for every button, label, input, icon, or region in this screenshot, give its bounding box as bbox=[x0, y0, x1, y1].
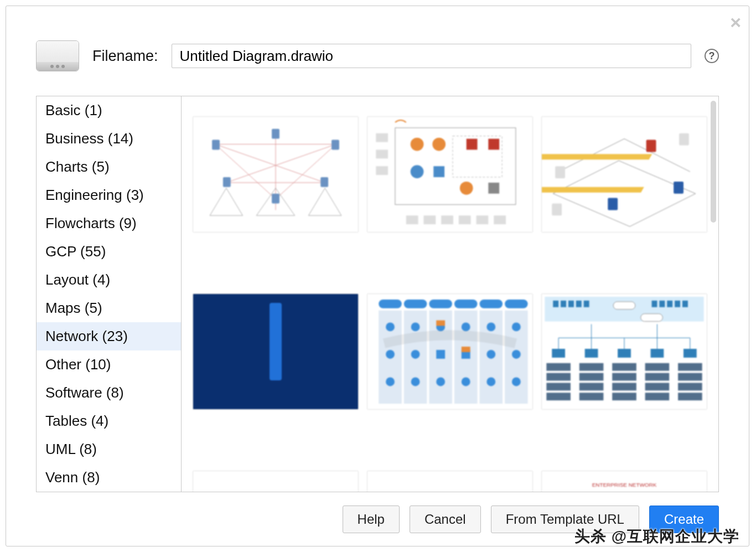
header-row: Filename: ? bbox=[6, 6, 749, 82]
svg-rect-92 bbox=[675, 301, 680, 307]
sidebar-item[interactable]: GCP (55) bbox=[37, 238, 181, 266]
svg-rect-111 bbox=[612, 383, 636, 390]
svg-rect-84 bbox=[553, 301, 558, 307]
svg-point-56 bbox=[411, 323, 420, 332]
svg-rect-95 bbox=[640, 314, 662, 322]
svg-rect-41 bbox=[679, 133, 689, 146]
help-icon[interactable]: ? bbox=[705, 49, 719, 63]
template-thumb[interactable] bbox=[541, 116, 707, 233]
svg-rect-25 bbox=[488, 183, 499, 194]
svg-rect-33 bbox=[477, 215, 489, 224]
svg-rect-109 bbox=[612, 363, 636, 371]
template-thumb[interactable] bbox=[193, 116, 359, 233]
close-icon[interactable]: × bbox=[730, 13, 741, 32]
svg-rect-20 bbox=[467, 139, 478, 150]
svg-rect-46 bbox=[454, 300, 478, 308]
svg-rect-40 bbox=[555, 166, 565, 178]
sidebar-item[interactable]: Charts (5) bbox=[37, 153, 181, 181]
sidebar-item[interactable]: Network (23) bbox=[37, 322, 181, 350]
svg-rect-29 bbox=[406, 215, 418, 224]
svg-rect-34 bbox=[494, 215, 506, 224]
svg-rect-38 bbox=[674, 182, 683, 194]
svg-rect-30 bbox=[423, 215, 436, 224]
svg-rect-114 bbox=[645, 373, 669, 381]
sidebar-item[interactable]: Other (10) bbox=[37, 350, 181, 379]
svg-rect-94 bbox=[613, 302, 635, 310]
svg-marker-15 bbox=[309, 188, 341, 216]
sidebar-item[interactable]: Engineering (3) bbox=[37, 181, 181, 209]
from-template-url-button[interactable]: From Template URL bbox=[491, 506, 639, 533]
svg-rect-119 bbox=[678, 383, 702, 390]
svg-line-5 bbox=[215, 145, 325, 183]
filename-label: Filename: bbox=[92, 48, 158, 65]
svg-point-62 bbox=[411, 350, 420, 359]
svg-rect-96 bbox=[552, 349, 565, 358]
template-thumb[interactable] bbox=[193, 471, 359, 492]
sidebar-item[interactable]: Business (14) bbox=[37, 125, 181, 153]
template-thumb[interactable]: ENTERPRISE NETWORK bbox=[541, 471, 707, 492]
svg-rect-115 bbox=[645, 383, 669, 390]
svg-rect-108 bbox=[579, 393, 603, 400]
sidebar-item[interactable]: Software (8) bbox=[37, 379, 181, 407]
svg-rect-91 bbox=[667, 301, 672, 307]
svg-rect-48 bbox=[505, 300, 528, 308]
sidebar-item[interactable]: Basic (1) bbox=[37, 96, 181, 125]
sidebar-item[interactable]: UML (8) bbox=[37, 435, 181, 463]
svg-rect-116 bbox=[645, 393, 669, 400]
svg-rect-12 bbox=[321, 177, 329, 187]
svg-rect-112 bbox=[612, 393, 636, 400]
svg-rect-110 bbox=[612, 373, 636, 381]
svg-rect-26 bbox=[376, 133, 388, 142]
svg-rect-99 bbox=[650, 349, 664, 358]
svg-point-68 bbox=[411, 378, 420, 386]
template-thumb[interactable] bbox=[367, 471, 533, 492]
svg-point-19 bbox=[432, 138, 446, 151]
svg-rect-120 bbox=[678, 393, 702, 400]
sidebar-item[interactable]: Flowcharts (9) bbox=[37, 209, 181, 238]
sidebar-item[interactable]: Venn (8) bbox=[37, 463, 181, 492]
template-thumb[interactable] bbox=[367, 116, 533, 233]
scrollbar[interactable] bbox=[711, 101, 716, 223]
svg-text:ENTERPRISE NETWORK: ENTERPRISE NETWORK bbox=[592, 482, 656, 488]
svg-rect-87 bbox=[576, 301, 581, 307]
svg-rect-32 bbox=[459, 215, 471, 224]
template-thumb[interactable] bbox=[367, 293, 533, 410]
svg-rect-8 bbox=[332, 140, 339, 150]
svg-point-24 bbox=[460, 182, 473, 195]
cancel-button[interactable]: Cancel bbox=[410, 506, 481, 533]
svg-rect-102 bbox=[546, 373, 571, 381]
svg-point-69 bbox=[436, 378, 445, 386]
template-thumb[interactable] bbox=[541, 293, 707, 410]
filename-input[interactable] bbox=[172, 44, 691, 68]
svg-rect-74 bbox=[462, 347, 470, 352]
template-thumb[interactable] bbox=[193, 293, 359, 410]
sidebar-item[interactable]: Maps (5) bbox=[37, 294, 181, 322]
svg-point-55 bbox=[386, 323, 395, 332]
sidebar-item[interactable]: Tables (4) bbox=[37, 407, 181, 435]
svg-rect-35 bbox=[542, 154, 652, 159]
svg-rect-98 bbox=[618, 349, 631, 358]
content-panel: Basic (1)Business (14)Charts (5)Engineer… bbox=[36, 96, 719, 492]
help-button[interactable]: Help bbox=[343, 506, 400, 533]
create-button[interactable]: Create bbox=[649, 506, 719, 533]
svg-rect-93 bbox=[682, 301, 688, 307]
svg-rect-45 bbox=[429, 300, 452, 308]
svg-rect-90 bbox=[659, 301, 665, 307]
svg-rect-105 bbox=[579, 363, 603, 371]
svg-rect-97 bbox=[584, 349, 598, 358]
svg-rect-88 bbox=[583, 301, 589, 307]
svg-rect-107 bbox=[579, 383, 603, 390]
svg-rect-44 bbox=[404, 300, 427, 308]
svg-point-58 bbox=[462, 323, 470, 332]
svg-rect-104 bbox=[546, 393, 571, 400]
svg-rect-103 bbox=[546, 383, 571, 390]
svg-point-65 bbox=[486, 350, 495, 359]
svg-line-6 bbox=[226, 145, 336, 183]
svg-rect-89 bbox=[651, 301, 657, 307]
svg-rect-28 bbox=[376, 166, 388, 175]
svg-rect-21 bbox=[488, 139, 499, 150]
svg-point-60 bbox=[512, 323, 521, 332]
sidebar-item[interactable]: Layout (4) bbox=[37, 266, 181, 294]
svg-point-22 bbox=[411, 165, 424, 178]
svg-point-67 bbox=[386, 378, 395, 386]
